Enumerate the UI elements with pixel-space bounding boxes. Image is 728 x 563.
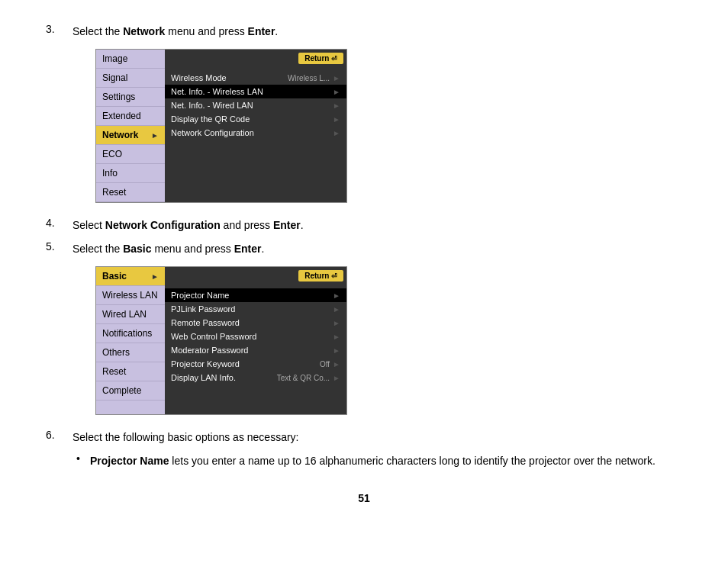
- bullet-projector-name: • Projector Name lets you enter a name u…: [76, 452, 682, 469]
- network-items-list: Wireless Mode Wireless L... ► Net. Info.…: [165, 69, 346, 141]
- step-6-number: 6.: [46, 429, 72, 441]
- sidebar-item-complete: Complete: [96, 381, 165, 401]
- sidebar-item-signal: Signal: [96, 69, 165, 88]
- sidebar-item-wireless-lan: Wireless LAN: [96, 286, 165, 305]
- sidebar-item-basic: Basic ►: [96, 267, 165, 286]
- chevron-right-icon: ►: [333, 374, 340, 382]
- sidebar-item-settings: Settings: [96, 88, 165, 107]
- basic-menu-content: Return Projector Name ► PJLink Password …: [165, 267, 346, 414]
- step-5-number: 5.: [46, 240, 72, 253]
- basic-items-list: Projector Name ► PJLink Password ► Remot…: [165, 287, 346, 386]
- sidebar-item-others: Others: [96, 343, 165, 362]
- chevron-right-icon: ►: [333, 88, 340, 96]
- sidebar-item-wired-lan: Wired LAN: [96, 305, 165, 324]
- chevron-right-icon: ►: [333, 74, 340, 82]
- basic-item-pjlink-password: PJLink Password ►: [165, 302, 346, 316]
- basic-item-display-lan: Display LAN Info. Text & QR Co... ►: [165, 371, 346, 384]
- chevron-right-icon: ►: [333, 305, 340, 314]
- network-item-qr-code: Display the QR Code ►: [165, 112, 346, 126]
- step-4-number: 4.: [46, 217, 72, 229]
- step-3: 3. Select the Network menu and press Ent…: [46, 23, 682, 40]
- sidebar-item-reset: Reset: [96, 183, 165, 202]
- return-button[interactable]: Return: [298, 53, 343, 64]
- page-number: 51: [46, 492, 682, 504]
- chevron-right-icon: ►: [333, 333, 340, 341]
- step-6: 6. Select the following basic options as…: [46, 429, 682, 446]
- bullet-icon: •: [76, 452, 90, 465]
- basic-menu-screenshot: Basic ► Wireless LAN Wired LAN Notificat…: [72, 266, 682, 415]
- chevron-right-icon: ►: [333, 101, 340, 110]
- sidebar-item-info: Info: [96, 164, 165, 183]
- network-item-configuration: Network Configuration ►: [165, 126, 346, 140]
- sidebar-item-reset-basic: Reset: [96, 362, 165, 381]
- step-6-text: Select the following basic options as ne…: [72, 429, 299, 446]
- network-menu-content: Return Wireless Mode Wireless L... ► Net…: [165, 50, 346, 202]
- basic-item-remote-password: Remote Password ►: [165, 316, 346, 330]
- chevron-right-icon: ►: [333, 346, 340, 355]
- chevron-right-icon: ►: [333, 319, 340, 327]
- sidebar-item-notifications: Notifications: [96, 324, 165, 343]
- sidebar-spacer-2: [96, 401, 165, 414]
- sidebar-item-image: Image: [96, 50, 165, 69]
- basic-item-web-control: Web Control Password ►: [165, 330, 346, 343]
- return-button-basic[interactable]: Return: [298, 270, 343, 282]
- sidebar-item-eco: ECO: [96, 145, 165, 164]
- chevron-right-icon: ►: [333, 129, 340, 137]
- chevron-right-icon: ►: [333, 360, 340, 368]
- step-5: 5. Select the Basic menu and press Enter…: [46, 240, 682, 257]
- chevron-right-icon: ►: [333, 115, 340, 124]
- network-item-net-info-wired: Net. Info. - Wired LAN ►: [165, 98, 346, 112]
- network-item-net-info-wireless: Net. Info. - Wireless LAN ►: [165, 85, 346, 98]
- step-3-text: Select the Network menu and press Enter.: [72, 23, 278, 40]
- network-arrow-icon: ►: [151, 131, 159, 140]
- step-4: 4. Select Network Configuration and pres…: [46, 217, 682, 233]
- basic-item-projector-name: Projector Name ►: [165, 288, 346, 302]
- basic-item-moderator: Moderator Password ►: [165, 343, 346, 357]
- bullet-projector-name-text: Projector Name lets you enter a name up …: [90, 452, 656, 469]
- sidebar-item-network: Network ►: [96, 126, 165, 145]
- step-3-number: 3.: [46, 23, 72, 35]
- basic-item-projector-keyword: Projector Keyword Off ►: [165, 357, 346, 371]
- network-item-wireless-mode: Wireless Mode Wireless L... ►: [165, 71, 346, 85]
- sidebar-item-extended: Extended: [96, 107, 165, 126]
- step-5-text: Select the Basic menu and press Enter.: [72, 240, 264, 257]
- chevron-right-icon: ►: [333, 291, 340, 300]
- network-menu-screenshot: Image Signal Settings Extended Network ►…: [72, 49, 682, 203]
- basic-sidebar: Basic ► Wireless LAN Wired LAN Notificat…: [96, 267, 165, 414]
- basic-arrow-icon: ►: [151, 272, 159, 281]
- step-4-text: Select Network Configuration and press E…: [72, 217, 304, 233]
- network-sidebar: Image Signal Settings Extended Network ►…: [96, 50, 165, 202]
